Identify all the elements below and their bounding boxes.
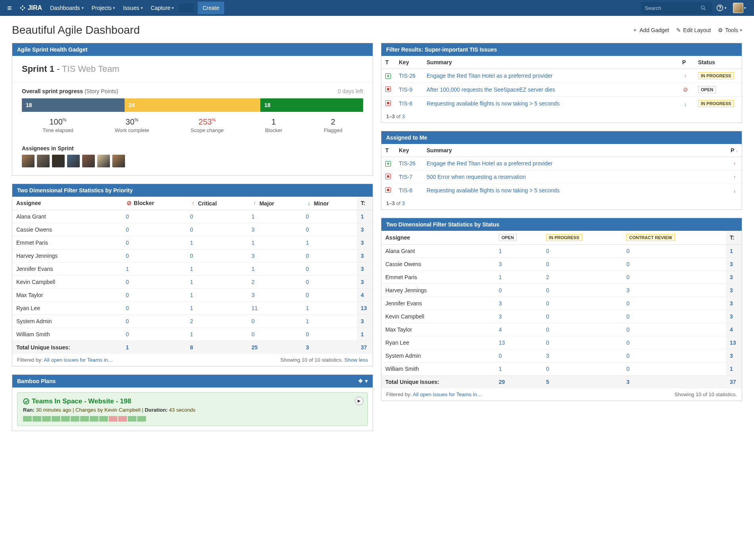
stat-link[interactable]: 3 [499, 261, 502, 267]
build-stage[interactable] [61, 416, 70, 422]
stat-link[interactable]: 1 [190, 331, 193, 338]
assignee-avatar[interactable] [37, 155, 50, 167]
issue-key[interactable]: TIS-8 [399, 187, 412, 194]
stat-link[interactable]: 0 [126, 240, 129, 246]
issue-summary[interactable]: After 100,000 requests the SeeSpaceEZ se… [427, 86, 555, 93]
stat-link[interactable]: 2 [190, 318, 193, 324]
issue-row[interactable]: TIS-9After 100,000 requests the SeeSpace… [381, 83, 742, 97]
nav-projects[interactable]: Projects▾ [88, 5, 119, 11]
stat-link[interactable]: 1 [190, 279, 193, 285]
stat-link[interactable]: 1 [190, 292, 193, 298]
issue-row[interactable]: TIS-8Requesting avaliable flights is now… [381, 184, 742, 197]
stat-link[interactable]: 3 [252, 226, 255, 233]
issue-row[interactable]: +TIS-26Engage the Red Titan Hotel as a p… [381, 157, 742, 171]
stat-link[interactable]: 0 [546, 313, 549, 320]
move-icon[interactable]: ✥ [358, 378, 363, 384]
stat-link[interactable]: 0 [306, 213, 309, 220]
stat-link[interactable]: 1 [499, 248, 502, 254]
stat-link[interactable]: 0 [546, 326, 549, 333]
issue-key[interactable]: TIS-26 [399, 73, 415, 79]
assignee-avatar[interactable] [52, 155, 65, 167]
stat-link[interactable]: 0 [126, 253, 129, 259]
issue-summary[interactable]: 500 Error when requesting a reservation [427, 174, 526, 180]
filter-link[interactable]: All open issues for Teams in… [413, 391, 482, 397]
build-stage[interactable] [52, 416, 60, 422]
stat-link[interactable]: 0 [626, 274, 629, 280]
tools-button[interactable]: ⚙Tools▾ [718, 27, 742, 33]
stat-link[interactable]: 0 [306, 226, 309, 233]
issue-summary[interactable]: Requesting avaliable flights is now taki… [427, 187, 560, 194]
build-stage[interactable] [71, 416, 79, 422]
stat-link[interactable]: 0 [546, 339, 549, 346]
stat-link[interactable]: 0 [190, 253, 193, 259]
assignee-avatar[interactable] [112, 155, 125, 167]
edit-layout-button[interactable]: ✎Edit Layout [676, 27, 711, 33]
build-stage[interactable] [99, 416, 108, 422]
assignee-avatar[interactable] [82, 155, 95, 167]
menu-icon[interactable]: ≡ [4, 4, 15, 13]
stat-link[interactable]: 11 [252, 305, 258, 311]
stat-link[interactable]: 1 [126, 266, 129, 272]
stat-link[interactable]: 13 [499, 339, 505, 346]
play-icon[interactable]: ▶ [355, 397, 364, 405]
issue-key[interactable]: TIS-7 [399, 174, 412, 180]
stat-link[interactable]: 3 [252, 253, 255, 259]
stat-link[interactable]: 0 [626, 366, 629, 372]
issue-summary[interactable]: Requesting avaliable flights is now taki… [427, 100, 560, 107]
stat-link[interactable]: 0 [626, 313, 629, 320]
issue-key[interactable]: TIS-9 [399, 86, 412, 93]
stat-link[interactable]: 0 [546, 287, 549, 293]
add-gadget-button[interactable]: ＋Add Gadget [632, 27, 669, 34]
stat-link[interactable]: 0 [126, 213, 129, 220]
build-stage[interactable] [109, 416, 117, 422]
stat-link[interactable]: 0 [499, 287, 502, 293]
stat-link[interactable]: 0 [626, 353, 629, 359]
stat-link[interactable]: 0 [626, 261, 629, 267]
stat-link[interactable]: 0 [126, 226, 129, 233]
issue-row[interactable]: TIS-8Requesting avaliable flights is now… [381, 97, 742, 111]
search-box[interactable] [641, 2, 712, 14]
filter-link[interactable]: All open issues for Teams in… [44, 357, 113, 363]
stat-link[interactable]: 0 [190, 213, 193, 220]
stat-link[interactable]: 1 [190, 305, 193, 311]
search-input[interactable] [645, 5, 700, 11]
issue-summary[interactable]: Engage the Red Titan Hotel as a preferre… [427, 160, 553, 167]
stat-link[interactable]: 0 [546, 261, 549, 267]
stat-link[interactable]: 1 [306, 318, 309, 324]
stat-link[interactable]: 0 [252, 331, 255, 338]
build-stage[interactable] [128, 416, 137, 422]
stat-link[interactable]: 3 [252, 292, 255, 298]
stat-link[interactable]: 0 [306, 292, 309, 298]
issue-row[interactable]: TIS-7500 Error when requesting a reserva… [381, 170, 742, 184]
stat-link[interactable]: 0 [499, 353, 502, 359]
issue-summary[interactable]: Engage the Red Titan Hotel as a preferre… [427, 73, 553, 79]
stat-link[interactable]: 1 [499, 366, 502, 372]
build-stage[interactable] [90, 416, 98, 422]
build-stage[interactable] [42, 416, 51, 422]
help-icon[interactable]: ▾ [712, 4, 731, 12]
nav-capture[interactable]: Capture▾ [147, 5, 178, 11]
stat-link[interactable]: 0 [190, 226, 193, 233]
nav-dashboards[interactable]: Dashboards▾ [46, 5, 88, 11]
stat-link[interactable]: 2 [546, 274, 549, 280]
stat-link[interactable]: 1 [499, 274, 502, 280]
stat-link[interactable]: 0 [626, 248, 629, 254]
plan-link[interactable]: Teams In Space - Website - 198 [32, 397, 131, 405]
stat-link[interactable]: 0 [126, 292, 129, 298]
issue-key[interactable]: TIS-26 [399, 160, 415, 167]
stat-link[interactable]: 0 [626, 300, 629, 307]
stat-link[interactable]: 0 [306, 331, 309, 338]
assignee-avatar[interactable] [67, 155, 80, 167]
stat-link[interactable]: 0 [126, 331, 129, 338]
jira-logo[interactable]: JIRA [15, 4, 46, 12]
stat-link[interactable]: 1 [252, 240, 255, 246]
stat-link[interactable]: 2 [252, 279, 255, 285]
assignee-avatar[interactable] [22, 155, 35, 167]
stat-link[interactable]: 0 [126, 279, 129, 285]
stat-link[interactable]: 4 [499, 326, 502, 333]
issue-row[interactable]: +TIS-26Engage the Red Titan Hotel as a p… [381, 69, 742, 83]
stat-link[interactable]: 3 [499, 300, 502, 307]
stat-link[interactable]: 0 [306, 253, 309, 259]
assignee-avatar[interactable] [97, 155, 110, 167]
stat-link[interactable]: 1 [190, 266, 193, 272]
